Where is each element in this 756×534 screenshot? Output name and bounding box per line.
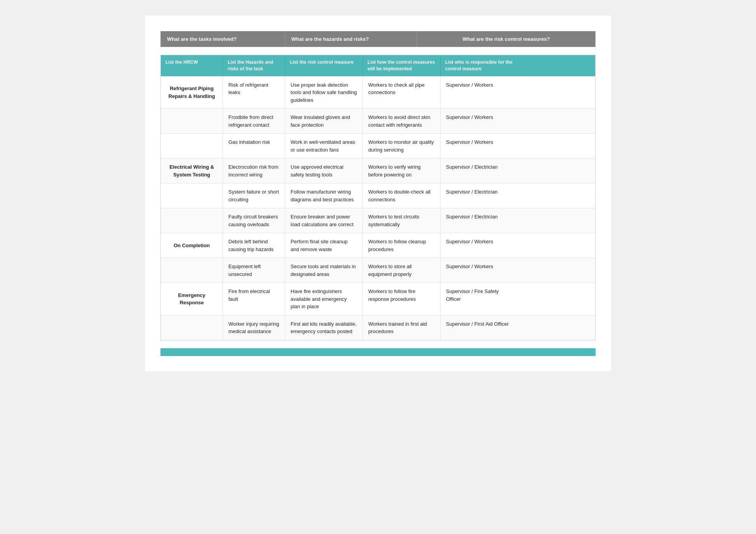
table-row: Worker injury requiring medical assistan… <box>161 315 595 340</box>
cell-task: Emergency Response <box>161 283 223 315</box>
cell-task <box>161 316 223 340</box>
cell-control: Use proper leak detection tools and foll… <box>285 77 363 109</box>
sub-header-col1: List the HRCW <box>161 55 223 76</box>
cell-task <box>161 258 223 283</box>
table-row: Emergency Response Fire from electrical … <box>161 283 595 315</box>
cell-responsible: Supervisor / Workers <box>441 233 518 258</box>
table-row: Electrical Wiring & System Testing Elect… <box>161 158 595 183</box>
cell-task: Refrigerant Piping Repairs & Handling <box>161 77 223 109</box>
cell-hazard: Risk of refrigerant leaks <box>223 77 285 109</box>
cell-control: Ensure breaker and power load calculatio… <box>285 208 363 233</box>
cell-responsible: Supervisor / Workers <box>441 109 518 133</box>
cell-control: First aid kits readily available, emerge… <box>285 316 363 340</box>
table-row: On Completion Debris left behind causing… <box>161 233 595 258</box>
cell-control: Secure tools and materials in designated… <box>285 258 363 283</box>
sub-header-col3: List the risk control measure <box>285 55 363 76</box>
sub-header-col2: List the Hazards and risks of the task <box>223 55 285 76</box>
table-row: Equipment left unsecured Secure tools an… <box>161 258 595 283</box>
cell-hazard: Frostbite from direct refrigerant contac… <box>223 109 285 133</box>
cell-responsible: Supervisor / Electrician <box>441 183 518 208</box>
cell-implementation: Workers to follow fire response procedur… <box>363 283 441 315</box>
cell-hazard: Debris left behind causing trip hazards <box>223 233 285 258</box>
page: What are the tasks involved? What are th… <box>145 16 611 372</box>
table-body: Refrigerant Piping Repairs & Handling Ri… <box>161 76 595 340</box>
cell-implementation: Workers to test circuits systematically <box>363 208 441 233</box>
cell-hazard: Worker injury requiring medical assistan… <box>223 316 285 340</box>
cell-task <box>161 183 223 208</box>
cell-task <box>161 109 223 133</box>
cell-hazard: Equipment left unsecured <box>223 258 285 283</box>
cell-hazard: System failure or short circuiting <box>223 183 285 208</box>
cell-control: Work in well-ventilated areas or use ext… <box>285 134 363 158</box>
outer-header-col3: What are the risk control measures? <box>417 31 595 47</box>
cell-hazard: Electrocution risk from incorrect wiring <box>223 159 285 183</box>
cell-control: Perform final site cleanup and remove wa… <box>285 233 363 258</box>
cell-responsible: Supervisor / Workers <box>441 258 518 283</box>
cell-responsible: Supervisor / Electrician <box>441 208 518 233</box>
cell-implementation: Workers to check all pipe connections <box>363 77 441 109</box>
sub-header-col4: List how the control measures will be im… <box>363 55 441 76</box>
table-row: Gas inhalation risk Work in well-ventila… <box>161 133 595 158</box>
cell-task: On Completion <box>161 233 223 258</box>
cell-responsible: Supervisor / Fire Safety Officer <box>441 283 518 315</box>
cell-responsible: Supervisor / First Aid Officer <box>441 316 518 340</box>
cell-hazard: Faulty circuit breakers causing overload… <box>223 208 285 233</box>
cell-hazard: Gas inhalation risk <box>223 134 285 158</box>
table-row: Faulty circuit breakers causing overload… <box>161 208 595 233</box>
cell-control: Have fire extinguishers available and em… <box>285 283 363 315</box>
main-table: List the HRCW List the Hazards and risks… <box>160 55 596 340</box>
cell-implementation: Workers to double-check all connections <box>363 183 441 208</box>
sub-header: List the HRCW List the Hazards and risks… <box>161 55 595 76</box>
cell-implementation: Workers to follow cleanup procedures <box>363 233 441 258</box>
table-row: System failure or short circuiting Follo… <box>161 183 595 208</box>
sub-header-col5: List who is responsible for the control … <box>441 55 518 76</box>
cell-hazard: Fire from electrical fault <box>223 283 285 315</box>
outer-header-col2: What are the hazards and risks? <box>285 31 417 47</box>
cell-responsible: Supervisor / Electrician <box>441 159 518 183</box>
table-row: Frostbite from direct refrigerant contac… <box>161 108 595 133</box>
cell-implementation: Workers to monitor air quality during se… <box>363 134 441 158</box>
cell-responsible: Supervisor / Workers <box>441 134 518 158</box>
cell-task <box>161 208 223 233</box>
cell-implementation: Workers to avoid direct skin contact wit… <box>363 109 441 133</box>
cell-control: Follow manufacturer wiring diagrams and … <box>285 183 363 208</box>
cell-implementation: Workers trained in first aid procedures <box>363 316 441 340</box>
table-row: Refrigerant Piping Repairs & Handling Ri… <box>161 76 595 109</box>
cell-task <box>161 134 223 158</box>
cell-task: Electrical Wiring & System Testing <box>161 159 223 183</box>
footer-bar <box>160 348 596 356</box>
cell-responsible: Supervisor / Workers <box>441 77 518 109</box>
cell-control: Wear insulated gloves and face protectio… <box>285 109 363 133</box>
cell-control: Use approved electrical safety testing t… <box>285 159 363 183</box>
outer-header: What are the tasks involved? What are th… <box>160 31 596 47</box>
cell-implementation: Workers to store all equipment properly <box>363 258 441 283</box>
outer-header-col1: What are the tasks involved? <box>161 31 285 47</box>
cell-implementation: Workers to verify wiring before powering… <box>363 159 441 183</box>
